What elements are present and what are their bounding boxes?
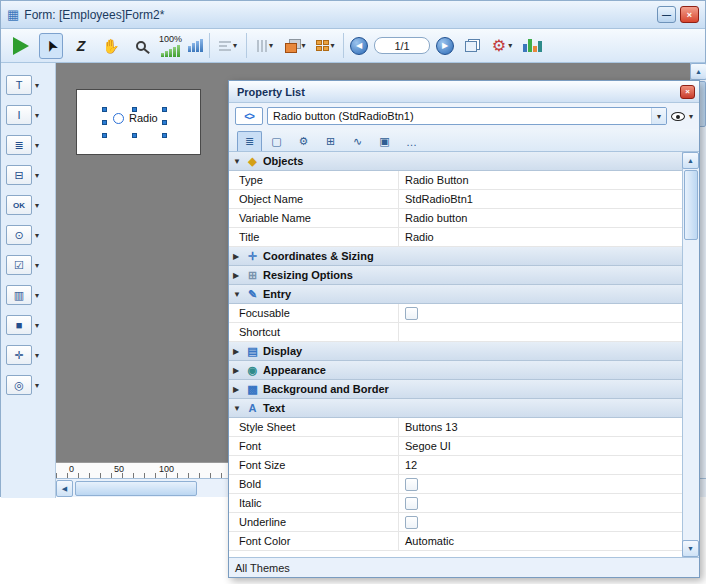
zoom-level-control[interactable]: 100% <box>159 35 182 57</box>
chevron-down-icon[interactable]: ▾ <box>331 41 335 50</box>
property-value[interactable]: Automatic <box>405 535 454 547</box>
scroll-left-icon[interactable]: ◀ <box>56 480 73 497</box>
property-list-titlebar[interactable]: Property List × <box>229 81 699 103</box>
chevron-down-icon[interactable]: ▾ <box>35 111 39 120</box>
section-resizing-options[interactable]: ▶⊞Resizing Options <box>229 266 682 285</box>
expand-triangle-icon[interactable]: ▶ <box>233 271 242 280</box>
view-options-button[interactable]: ▾ <box>671 112 693 121</box>
property-value[interactable]: StdRadioBtn1 <box>405 193 473 205</box>
section-appearance[interactable]: ▶◉Appearance <box>229 361 682 380</box>
chevron-down-icon[interactable]: ▾ <box>35 381 39 390</box>
level-dropdown-button[interactable]: ▾ <box>283 33 307 59</box>
focusable-checkbox[interactable] <box>405 307 418 320</box>
input-tool[interactable]: I▾ <box>6 105 55 125</box>
chevron-down-icon[interactable]: ▾ <box>35 171 39 180</box>
property-value[interactable]: Radio Button <box>405 174 469 186</box>
chevron-down-icon[interactable]: ▾ <box>508 41 512 50</box>
tab-control-tool[interactable]: ◎▾ <box>6 375 55 395</box>
section-coordinates-sizing[interactable]: ▶✛Coordinates & Sizing <box>229 247 682 266</box>
pointer-tool-button[interactable]: ➤ <box>39 33 63 59</box>
section-objects[interactable]: ▼◆Objects <box>229 152 682 171</box>
scroll-down-icon[interactable]: ▼ <box>682 540 699 557</box>
zoom-presets-icon[interactable] <box>188 39 203 52</box>
tab-settings[interactable]: ⚙ <box>291 131 316 151</box>
scrollbar-thumb[interactable] <box>75 481 197 496</box>
expand-triangle-icon[interactable]: ▶ <box>233 347 242 356</box>
close-button[interactable]: × <box>680 6 699 23</box>
chevron-down-icon[interactable]: ▾ <box>35 351 39 360</box>
chevron-down-icon[interactable]: ▾ <box>35 261 39 270</box>
prev-next-object-button[interactable]: <> <box>235 107 263 125</box>
property-value[interactable]: Segoe UI <box>405 440 451 452</box>
selection-handle[interactable] <box>162 107 167 112</box>
actions-dropdown-button[interactable]: ⚙ ▾ <box>490 33 514 59</box>
radio-button-tool[interactable]: ⊙▾ <box>6 225 55 245</box>
selection-handle[interactable] <box>162 133 167 138</box>
chevron-down-icon[interactable]: ▾ <box>233 41 237 50</box>
checkbox-tool[interactable]: ☑▾ <box>6 255 55 275</box>
tab-preview[interactable]: ▣ <box>372 131 397 151</box>
next-page-button[interactable]: ▶ <box>436 37 454 55</box>
property-list-close-button[interactable]: × <box>680 85 695 99</box>
chevron-down-icon[interactable]: ▾ <box>35 141 39 150</box>
section-display[interactable]: ▶▤Display <box>229 342 682 361</box>
collapse-triangle-icon[interactable]: ▼ <box>233 404 242 413</box>
underline-checkbox[interactable] <box>405 516 418 529</box>
expand-triangle-icon[interactable]: ▶ <box>233 385 242 394</box>
italic-checkbox[interactable] <box>405 497 418 510</box>
splitter-tool[interactable]: ✛▾ <box>6 345 55 365</box>
tab-properties[interactable]: ≣ <box>237 131 262 151</box>
run-form-button[interactable] <box>9 33 33 59</box>
section-entry[interactable]: ▼✎Entry <box>229 285 682 304</box>
chevron-down-icon[interactable]: ▾ <box>35 231 39 240</box>
form-page[interactable]: Radio <box>76 89 201 155</box>
selection-handle[interactable] <box>102 133 107 138</box>
property-value[interactable]: Buttons 13 <box>405 421 458 433</box>
property-value[interactable]: Radio <box>405 231 434 243</box>
selection-handle[interactable] <box>162 120 167 125</box>
windows-display-button[interactable] <box>460 33 484 59</box>
ok-button-tool[interactable]: OK▾ <box>6 195 55 215</box>
scroll-up-icon[interactable]: ▲ <box>682 152 699 169</box>
window-titlebar[interactable]: ▦ Form: [Employees]Form2* — × <box>1 1 705 29</box>
scroll-up-icon[interactable]: ▲ <box>690 63 706 80</box>
button-grid-tool[interactable]: ▥▾ <box>6 285 55 305</box>
chevron-down-icon[interactable]: ▾ <box>35 201 39 210</box>
radio-button-widget[interactable]: Radio <box>113 112 158 124</box>
section-background-and-border[interactable]: ▶▩Background and Border <box>229 380 682 399</box>
combobox-tool[interactable]: ⊟▾ <box>6 165 55 185</box>
listbox-tool[interactable]: ≣▾ <box>6 135 55 155</box>
chevron-down-icon[interactable]: ▾ <box>35 81 39 90</box>
hand-tool-button[interactable]: ✋ <box>99 33 123 59</box>
chevron-down-icon[interactable]: ▾ <box>35 321 39 330</box>
chevron-down-icon[interactable]: ▾ <box>689 112 693 121</box>
scrollbar-thumb[interactable] <box>684 170 698 240</box>
text-tool[interactable]: T▾ <box>6 75 55 95</box>
chevron-down-icon[interactable]: ▾ <box>651 108 666 124</box>
tab-display[interactable]: ▢ <box>264 131 289 151</box>
rectangle-tool[interactable]: ■▾ <box>6 315 55 335</box>
previous-page-button[interactable]: ◀ <box>350 37 368 55</box>
tab-coordinates[interactable]: ⊞ <box>318 131 343 151</box>
distribute-dropdown-button[interactable]: ▾ <box>253 33 277 59</box>
property-list-scrollbar[interactable]: ▲ ▼ <box>682 152 699 557</box>
database-fields-button[interactable] <box>520 33 544 59</box>
collapse-triangle-icon[interactable]: ▼ <box>233 290 242 299</box>
expand-triangle-icon[interactable]: ▶ <box>233 366 242 375</box>
bold-checkbox[interactable] <box>405 478 418 491</box>
section-text[interactable]: ▼AText <box>229 399 682 418</box>
expand-triangle-icon[interactable]: ▶ <box>233 252 242 261</box>
selection-handle[interactable] <box>132 133 137 138</box>
property-value[interactable]: Radio button <box>405 212 467 224</box>
chevron-down-icon[interactable]: ▾ <box>269 41 273 50</box>
align-dropdown-button[interactable]: ▾ <box>216 33 240 59</box>
collapse-triangle-icon[interactable]: ▼ <box>233 157 242 166</box>
tab-more[interactable]: … <box>399 131 424 151</box>
selection-handle[interactable] <box>102 120 107 125</box>
duplicate-dropdown-button[interactable]: ▾ <box>313 33 337 59</box>
property-value[interactable]: 12 <box>405 459 417 471</box>
selection-handle[interactable] <box>102 107 107 112</box>
object-selector-combo[interactable]: Radio button (StdRadioBtn1) ▾ <box>267 107 667 125</box>
chevron-down-icon[interactable]: ▾ <box>35 291 39 300</box>
zoom-tool-button[interactable] <box>129 33 153 59</box>
